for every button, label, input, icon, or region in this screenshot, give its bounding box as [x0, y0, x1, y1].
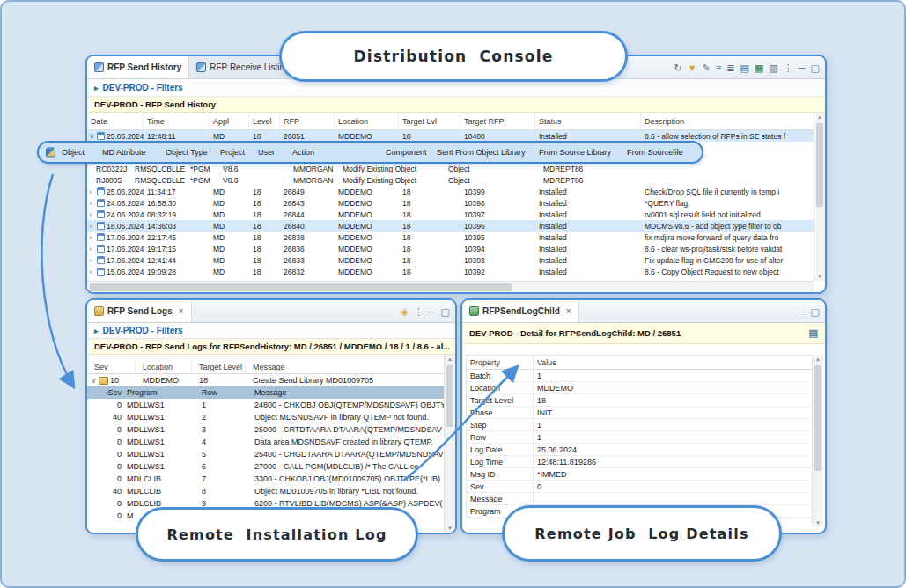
expander-icon[interactable]: ›: [89, 256, 95, 265]
columns-icon[interactable]: ▤: [740, 63, 749, 73]
view-menu-icon[interactable]: ⋮: [784, 63, 793, 73]
scrollbar-thumb[interactable]: [90, 283, 512, 291]
expander-icon[interactable]: ›: [89, 210, 95, 219]
nested-row[interactable]: RJ0005 RMSQLCBLLE *PGM V8.6 MMORGAN Modi…: [87, 174, 825, 186]
log-row[interactable]: 0 MDLLWS1 6 27000 - CALL PGM(MDLCLIB) /*…: [87, 460, 455, 473]
rfp-icon: [97, 245, 105, 253]
scroll-down-icon[interactable]: ▾: [445, 525, 455, 532]
log-row[interactable]: 0 MDLLWS1 1 24800 - CHKOBJ OBJ(QTEMP/MDS…: [87, 399, 455, 411]
column-header[interactable]: RFP: [280, 113, 335, 129]
filter-icon[interactable]: ▼: [688, 63, 697, 73]
status-badge: Installed: [535, 132, 641, 141]
scroll-up-icon[interactable]: ▴: [814, 114, 825, 121]
column-header[interactable]: Description: [641, 113, 825, 129]
table-row[interactable]: › 18.06.2024 14:36:03 MD 18 26840 MDDEMO…: [87, 220, 825, 232]
filters-section[interactable]: ▸ DEV-PROD - Filters: [87, 323, 455, 339]
table-row[interactable]: › 17.06.2024 22:17:45 MD 18 26838 MDDEMO…: [87, 232, 825, 243]
sync-selection-icon[interactable]: ◈: [401, 307, 408, 317]
property-row[interactable]: Message: [467, 493, 821, 505]
refresh-icon[interactable]: ↻: [674, 63, 682, 73]
scrollbar-thumb[interactable]: [814, 365, 821, 471]
rfp-icon: [97, 222, 105, 230]
expander-icon[interactable]: ›: [89, 187, 95, 196]
scroll-down-icon[interactable]: ▾: [814, 273, 825, 280]
excel-export-icon[interactable]: ▦: [755, 63, 763, 73]
expander-icon[interactable]: ›: [89, 199, 95, 208]
table-row[interactable]: › 15.06.2024 19:09:28 MD 18 26832 MDDEMO…: [87, 266, 825, 277]
nested-row[interactable]: RC0322J RMSQLCBLLE *PGM V8.6 MMORGAN Mod…: [87, 163, 825, 174]
view-menu-icon[interactable]: ⋮: [414, 307, 424, 317]
scroll-up-icon[interactable]: ▴: [445, 356, 455, 363]
column-header[interactable]: Appl: [210, 113, 249, 129]
minimize-icon[interactable]: ─: [429, 307, 436, 317]
scrollbar-thumb[interactable]: [446, 365, 453, 427]
property-row[interactable]: Log Date 25.06.2024: [467, 444, 821, 456]
log-row[interactable]: 0 MDLLWS1 4 Data area MDSNDSAVF created …: [87, 436, 455, 448]
numbered-list-icon[interactable]: ≡: [716, 63, 721, 73]
detail-title: DEV-PROD - Detail for RFPSendLogChild: M…: [469, 328, 681, 338]
log-parent-row[interactable]: ∨ 10 MDDEMO 18 Create Send Library MD010…: [87, 374, 455, 386]
log-row[interactable]: 0 MDLLWS1 3 25000 - CRTDTAARA DTAARA(QTE…: [87, 423, 455, 436]
property-row[interactable]: Phase INIT: [467, 407, 821, 419]
maximize-icon[interactable]: ▢: [441, 307, 450, 317]
column-header[interactable]: Message: [246, 360, 455, 373]
minimize-icon[interactable]: ─: [799, 63, 806, 73]
scroll-down-icon[interactable]: ▾: [813, 519, 823, 526]
tab-rfpsendlogchild[interactable]: RFPSendLogChild ×: [462, 300, 579, 322]
table-row[interactable]: › 24.06.2024 16:58:30 MD 18 26843 MDDEMO…: [87, 197, 825, 209]
edit-icon[interactable]: ✎: [703, 63, 711, 73]
scrollbar-thumb[interactable]: [816, 123, 823, 207]
table-row[interactable]: › 25.06.2024 11:34:17 MD 18 26849 MDDEMO…: [87, 186, 825, 197]
log-row[interactable]: 40 MDLCLIB 8 Object MD01009705 in librar…: [87, 485, 455, 497]
tab-label: RFPSendLogChild: [482, 306, 560, 316]
column-header[interactable]: Status: [535, 113, 641, 129]
column-header[interactable]: Property: [467, 356, 534, 369]
property-row[interactable]: Msg ID *IMMED: [467, 468, 821, 481]
column-header[interactable]: Target Level: [192, 360, 246, 373]
column-header[interactable]: Location: [335, 113, 399, 129]
log-row[interactable]: 40 MDLLWS1 2 Object MDSNDSAVF in library…: [87, 411, 455, 423]
filters-expand-icon[interactable]: ▸: [94, 327, 99, 335]
scroll-up-icon[interactable]: ▴: [813, 356, 823, 363]
expander-icon[interactable]: ∨: [89, 132, 95, 141]
column-header[interactable]: Date: [87, 113, 144, 129]
property-row[interactable]: Step 1: [467, 419, 821, 431]
column-header[interactable]: Sev: [87, 360, 136, 373]
tab-rfp-send-logs[interactable]: RFP Send Logs ×: [87, 300, 192, 322]
column-header[interactable]: Value: [534, 358, 821, 367]
property-row[interactable]: Target Level 18: [467, 394, 821, 407]
nested-log-header[interactable]: Sev Program Row Message: [87, 386, 455, 399]
log-row[interactable]: 0 MDLLWS1 5 25400 - CHGDTAARA DTAARA(QTE…: [87, 448, 455, 460]
column-header[interactable]: Time: [144, 113, 210, 129]
close-icon[interactable]: ×: [179, 306, 184, 316]
column-header[interactable]: Location: [136, 360, 192, 373]
filters-expand-icon[interactable]: ▸: [94, 84, 99, 92]
property-row[interactable]: Row 1: [467, 431, 821, 444]
status-badge: Installed: [535, 268, 641, 276]
property-row[interactable]: Sev 0: [467, 481, 821, 493]
close-icon[interactable]: ×: [566, 306, 571, 316]
maximize-icon[interactable]: ▢: [811, 63, 820, 73]
column-header[interactable]: Target RFP: [460, 113, 535, 129]
property-row[interactable]: Location MDDEMO: [467, 382, 821, 394]
minimize-icon[interactable]: ─: [799, 307, 806, 317]
expander-icon[interactable]: ›: [89, 233, 95, 242]
table-row[interactable]: › 17.06.2024 19:17:15 MD 18 26836 MDDEMO…: [87, 243, 825, 254]
table-row[interactable]: › 17.06.2024 12:41:44 MD 18 26833 MDDEMO…: [87, 254, 825, 266]
properties-icon[interactable]: ▤: [809, 327, 818, 339]
column-header[interactable]: Target Lvl: [399, 113, 460, 129]
table-row[interactable]: › 24.06.2024 08:32:19 MD 18 26844 MDDEMO…: [87, 209, 825, 220]
tab-rfp-send-history[interactable]: RFP Send History: [87, 56, 189, 78]
property-row[interactable]: Log Time 12:48:11.819286: [467, 456, 821, 468]
maximize-icon[interactable]: ▢: [811, 307, 820, 317]
list-icon[interactable]: ≣: [726, 63, 734, 73]
property-row[interactable]: Batch 1: [467, 370, 821, 382]
expander-icon[interactable]: ∨: [91, 376, 97, 385]
expander-icon[interactable]: ›: [89, 268, 95, 276]
chart-icon[interactable]: ▥: [769, 63, 777, 73]
filters-section[interactable]: ▸ DEV-PROD - Filters: [87, 79, 825, 97]
column-header[interactable]: Level: [249, 113, 280, 129]
expander-icon[interactable]: ›: [89, 222, 95, 231]
expander-icon[interactable]: ›: [89, 245, 95, 254]
log-row[interactable]: 0 MDLCLIB 7 3300 - CHKOBJ OBJ(MD01009705…: [87, 473, 455, 485]
